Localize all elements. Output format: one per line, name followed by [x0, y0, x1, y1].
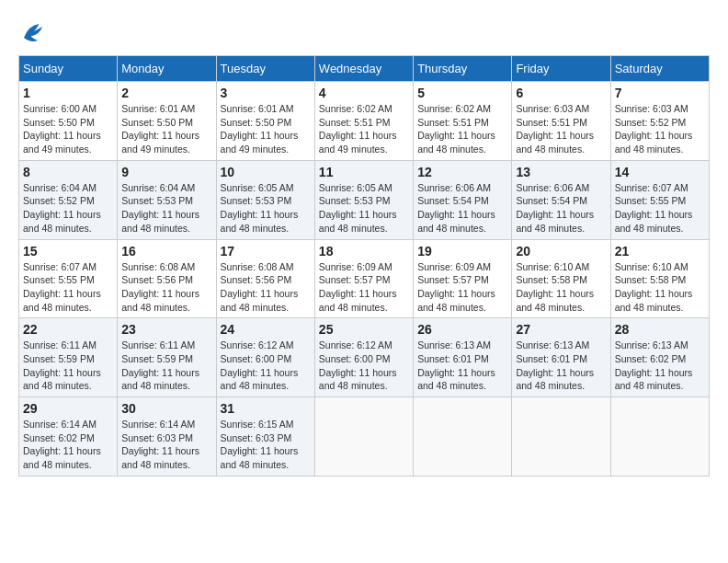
day-info: Sunrise: 6:12 AM Sunset: 6:00 PM Dayligh…	[221, 339, 311, 393]
day-number: 9	[121, 165, 211, 179]
day-info: Sunrise: 6:11 AM Sunset: 5:59 PM Dayligh…	[121, 339, 211, 393]
calendar-cell: 3 Sunrise: 6:01 AM Sunset: 5:50 PM Dayli…	[216, 82, 314, 161]
day-info: Sunrise: 6:10 AM Sunset: 5:58 PM Dayligh…	[516, 260, 606, 315]
col-header-sunday: Sunday	[19, 56, 118, 82]
day-info: Sunrise: 6:03 AM Sunset: 5:52 PM Dayligh…	[615, 102, 705, 156]
calendar-cell: 10 Sunrise: 6:05 AM Sunset: 5:53 PM Dayl…	[216, 160, 314, 239]
calendar-cell	[414, 397, 512, 477]
day-info: Sunrise: 6:14 AM Sunset: 6:03 PM Dayligh…	[121, 418, 211, 472]
calendar-cell: 5 Sunrise: 6:02 AM Sunset: 5:51 PM Dayli…	[414, 82, 512, 161]
calendar-week-5: 29 Sunrise: 6:14 AM Sunset: 6:02 PM Dayl…	[19, 397, 710, 477]
col-header-thursday: Thursday	[414, 56, 512, 82]
day-number: 15	[23, 244, 113, 259]
calendar-cell: 9 Sunrise: 6:04 AM Sunset: 5:53 PM Dayli…	[118, 160, 216, 239]
calendar-cell: 1 Sunrise: 6:00 AM Sunset: 5:50 PM Dayli…	[19, 82, 118, 161]
day-number: 27	[516, 322, 606, 337]
calendar-cell: 7 Sunrise: 6:03 AM Sunset: 5:52 PM Dayli…	[610, 82, 709, 161]
day-info: Sunrise: 6:08 AM Sunset: 5:56 PM Dayligh…	[121, 260, 211, 315]
day-info: Sunrise: 6:07 AM Sunset: 5:55 PM Dayligh…	[615, 181, 705, 236]
calendar-cell: 21 Sunrise: 6:10 AM Sunset: 5:58 PM Dayl…	[610, 239, 709, 318]
day-info: Sunrise: 6:12 AM Sunset: 6:00 PM Dayligh…	[319, 339, 409, 393]
calendar-cell: 12 Sunrise: 6:06 AM Sunset: 5:54 PM Dayl…	[414, 160, 512, 239]
day-number: 25	[319, 322, 409, 337]
day-number: 7	[615, 86, 705, 100]
logo-icon	[18, 18, 46, 46]
calendar-cell: 14 Sunrise: 6:07 AM Sunset: 5:55 PM Dayl…	[610, 160, 709, 239]
day-number: 5	[417, 86, 507, 100]
day-number: 3	[221, 86, 311, 100]
day-info: Sunrise: 6:13 AM Sunset: 6:01 PM Dayligh…	[417, 339, 507, 393]
calendar-table: SundayMondayTuesdayWednesdayThursdayFrid…	[18, 55, 710, 477]
day-number: 2	[121, 86, 211, 100]
day-info: Sunrise: 6:06 AM Sunset: 5:54 PM Dayligh…	[417, 181, 507, 236]
day-number: 1	[23, 86, 113, 100]
calendar-cell: 26 Sunrise: 6:13 AM Sunset: 6:01 PM Dayl…	[414, 318, 512, 397]
day-number: 10	[221, 165, 311, 179]
calendar-cell	[610, 397, 709, 477]
day-number: 26	[417, 322, 507, 337]
day-info: Sunrise: 6:11 AM Sunset: 5:59 PM Dayligh…	[23, 339, 113, 393]
calendar-cell: 22 Sunrise: 6:11 AM Sunset: 5:59 PM Dayl…	[19, 318, 118, 397]
day-number: 8	[23, 165, 113, 179]
day-number: 16	[121, 244, 211, 259]
calendar-cell	[512, 397, 610, 477]
day-info: Sunrise: 6:02 AM Sunset: 5:51 PM Dayligh…	[417, 102, 507, 156]
day-info: Sunrise: 6:02 AM Sunset: 5:51 PM Dayligh…	[319, 102, 409, 156]
calendar-week-2: 8 Sunrise: 6:04 AM Sunset: 5:52 PM Dayli…	[19, 160, 710, 239]
day-number: 20	[516, 244, 606, 259]
day-info: Sunrise: 6:03 AM Sunset: 5:51 PM Dayligh…	[516, 102, 606, 156]
calendar-cell: 15 Sunrise: 6:07 AM Sunset: 5:55 PM Dayl…	[19, 239, 118, 318]
calendar-week-3: 15 Sunrise: 6:07 AM Sunset: 5:55 PM Dayl…	[19, 239, 710, 318]
calendar-week-4: 22 Sunrise: 6:11 AM Sunset: 5:59 PM Dayl…	[19, 318, 710, 397]
calendar-cell: 23 Sunrise: 6:11 AM Sunset: 5:59 PM Dayl…	[118, 318, 216, 397]
day-info: Sunrise: 6:09 AM Sunset: 5:57 PM Dayligh…	[319, 260, 409, 315]
day-info: Sunrise: 6:13 AM Sunset: 6:02 PM Dayligh…	[615, 339, 705, 393]
day-info: Sunrise: 6:15 AM Sunset: 6:03 PM Dayligh…	[221, 418, 311, 472]
day-number: 31	[221, 401, 311, 416]
day-info: Sunrise: 6:09 AM Sunset: 5:57 PM Dayligh…	[417, 260, 507, 315]
calendar-cell: 17 Sunrise: 6:08 AM Sunset: 5:56 PM Dayl…	[216, 239, 314, 318]
calendar-cell: 20 Sunrise: 6:10 AM Sunset: 5:58 PM Dayl…	[512, 239, 610, 318]
calendar-cell: 11 Sunrise: 6:05 AM Sunset: 5:53 PM Dayl…	[314, 160, 413, 239]
calendar-week-1: 1 Sunrise: 6:00 AM Sunset: 5:50 PM Dayli…	[19, 82, 710, 161]
col-header-saturday: Saturday	[610, 56, 709, 82]
calendar-cell: 29 Sunrise: 6:14 AM Sunset: 6:02 PM Dayl…	[19, 397, 118, 477]
day-info: Sunrise: 6:06 AM Sunset: 5:54 PM Dayligh…	[516, 181, 606, 236]
day-info: Sunrise: 6:04 AM Sunset: 5:53 PM Dayligh…	[121, 181, 211, 236]
day-info: Sunrise: 6:10 AM Sunset: 5:58 PM Dayligh…	[615, 260, 705, 315]
day-number: 17	[221, 244, 311, 259]
day-number: 24	[221, 322, 311, 337]
calendar-cell: 4 Sunrise: 6:02 AM Sunset: 5:51 PM Dayli…	[314, 82, 413, 161]
day-number: 4	[319, 86, 409, 100]
day-number: 29	[23, 401, 113, 416]
calendar-cell: 18 Sunrise: 6:09 AM Sunset: 5:57 PM Dayl…	[314, 239, 413, 318]
calendar-cell: 16 Sunrise: 6:08 AM Sunset: 5:56 PM Dayl…	[118, 239, 216, 318]
day-info: Sunrise: 6:00 AM Sunset: 5:50 PM Dayligh…	[23, 102, 113, 156]
day-number: 6	[516, 86, 606, 100]
day-number: 12	[417, 165, 507, 179]
col-header-monday: Monday	[118, 56, 216, 82]
day-info: Sunrise: 6:05 AM Sunset: 5:53 PM Dayligh…	[221, 181, 311, 236]
page-header	[18, 18, 710, 46]
calendar-cell: 30 Sunrise: 6:14 AM Sunset: 6:03 PM Dayl…	[118, 397, 216, 477]
logo	[18, 18, 50, 46]
day-info: Sunrise: 6:08 AM Sunset: 5:56 PM Dayligh…	[221, 260, 311, 315]
calendar-cell	[314, 397, 413, 477]
col-header-tuesday: Tuesday	[216, 56, 314, 82]
calendar-cell: 25 Sunrise: 6:12 AM Sunset: 6:00 PM Dayl…	[314, 318, 413, 397]
day-info: Sunrise: 6:05 AM Sunset: 5:53 PM Dayligh…	[319, 181, 409, 236]
col-header-wednesday: Wednesday	[314, 56, 413, 82]
day-info: Sunrise: 6:01 AM Sunset: 5:50 PM Dayligh…	[221, 102, 311, 156]
day-info: Sunrise: 6:01 AM Sunset: 5:50 PM Dayligh…	[121, 102, 211, 156]
day-number: 23	[121, 322, 211, 337]
day-info: Sunrise: 6:13 AM Sunset: 6:01 PM Dayligh…	[516, 339, 606, 393]
day-number: 11	[319, 165, 409, 179]
col-header-friday: Friday	[512, 56, 610, 82]
day-info: Sunrise: 6:04 AM Sunset: 5:52 PM Dayligh…	[23, 181, 113, 236]
day-number: 14	[615, 165, 705, 179]
calendar-cell: 8 Sunrise: 6:04 AM Sunset: 5:52 PM Dayli…	[19, 160, 118, 239]
calendar-cell: 13 Sunrise: 6:06 AM Sunset: 5:54 PM Dayl…	[512, 160, 610, 239]
day-info: Sunrise: 6:14 AM Sunset: 6:02 PM Dayligh…	[23, 418, 113, 472]
calendar-cell: 19 Sunrise: 6:09 AM Sunset: 5:57 PM Dayl…	[414, 239, 512, 318]
day-number: 13	[516, 165, 606, 179]
